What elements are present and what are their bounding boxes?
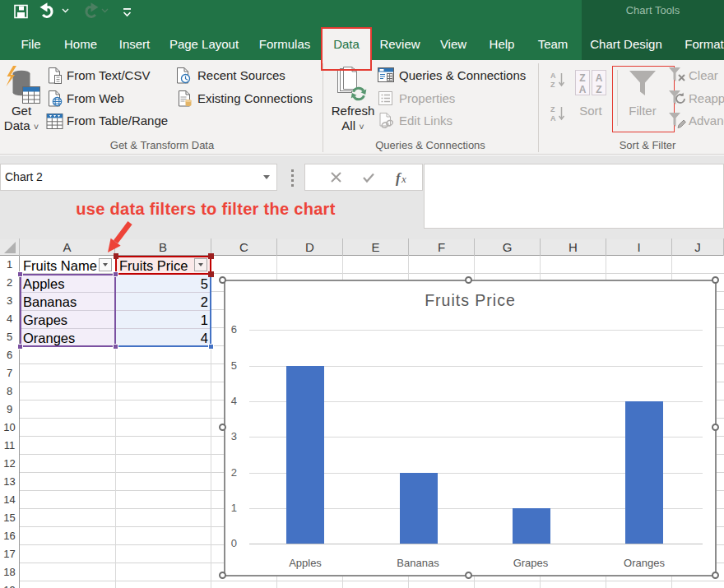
svg-text:A: A: [579, 84, 587, 95]
svg-text:A: A: [550, 114, 556, 123]
svg-text:Z: Z: [550, 105, 555, 113]
svg-text:Z: Z: [579, 72, 585, 84]
svg-text:Z: Z: [596, 84, 601, 95]
svg-text:x: x: [401, 173, 406, 185]
svg-text:A: A: [596, 72, 603, 84]
svg-text:A: A: [550, 72, 556, 80]
svg-text:Z: Z: [550, 81, 555, 89]
